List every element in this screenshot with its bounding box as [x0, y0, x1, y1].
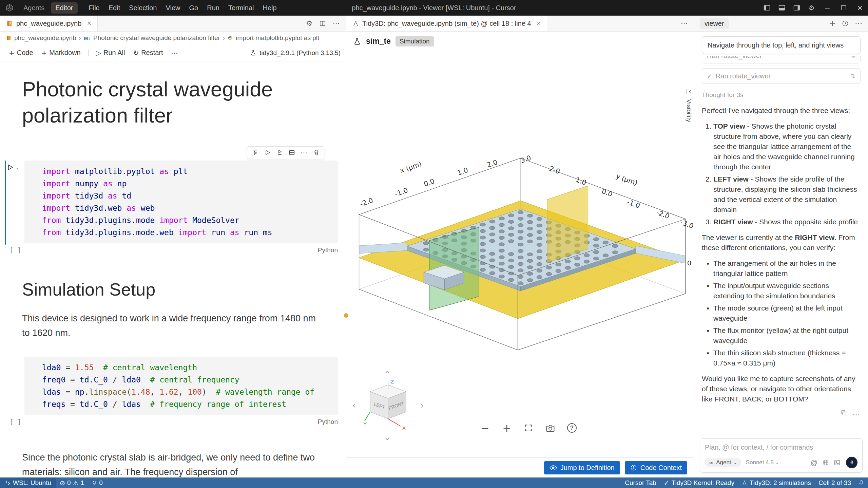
agent-mode-selector[interactable]: ∞ Agent ⌄ [705, 458, 741, 467]
tool-call[interactable]: ✓ Ran rotate_viewer ⇅ [702, 68, 861, 84]
layout-sidebar-right-icon[interactable] [789, 0, 804, 16]
close-tab-icon[interactable]: × [87, 19, 91, 28]
copy-icon[interactable] [841, 410, 847, 420]
execute-below-icon[interactable] [274, 148, 285, 158]
split-editor-icon[interactable] [319, 20, 326, 27]
cell-more-icon[interactable]: ⋯ [298, 148, 310, 158]
maximize-button[interactable] [835, 0, 852, 16]
expand-icon[interactable]: ⇅ [850, 71, 855, 81]
code-context-button[interactable]: Code Context [625, 461, 687, 474]
chat-input[interactable] [705, 444, 857, 451]
thought-duration[interactable]: Thought for 3s [702, 90, 861, 100]
menu-terminal[interactable]: Terminal [224, 2, 258, 14]
breadcrumb-cell[interactable]: import matplotlib.pyplot as plt [236, 34, 319, 42]
svg-text:y (μm): y (μm) [615, 172, 639, 187]
image-attach-icon[interactable] [834, 459, 841, 466]
run-cell-button[interactable] [6, 163, 14, 171]
tidy3d-viewer-panel: Tidy3D: phc_waveguide.ipynb (sim_te) @ c… [346, 16, 694, 477]
mode-tab-agents[interactable]: Agents [19, 2, 49, 14]
expand-icon[interactable]: ⇅ [850, 56, 855, 61]
layout-panel-icon[interactable] [774, 0, 789, 16]
eye-icon [549, 465, 557, 470]
rotate-up-icon[interactable]: ⌃ [384, 370, 391, 378]
tab-tidy3d-viewer[interactable]: Tidy3D: phc_waveguide.ipynb (sim_te) @ c… [346, 16, 547, 31]
add-code-cell-button[interactable]: +Code [5, 47, 37, 59]
add-markdown-cell-button[interactable]: +Markdown [38, 47, 84, 59]
cell-language[interactable]: Python [318, 418, 338, 426]
code-line: freq0 = td.C_0 / lda0 # central frequenc… [42, 374, 332, 386]
zoom-in-icon[interactable]: + [501, 422, 513, 434]
chat-more-icon[interactable]: ⋯ [855, 19, 863, 28]
problems-indicator[interactable]: ⊘0 ⚠1 [56, 477, 88, 488]
breadcrumb-section[interactable]: Photonic crystal waveguide polarization … [93, 34, 220, 42]
zoom-out-icon[interactable]: − [479, 422, 491, 434]
list-item: The mode source (green) at the left inpu… [713, 303, 861, 323]
chat-tab-viewer[interactable]: viewer [700, 18, 729, 29]
minimize-button[interactable]: − [819, 0, 835, 16]
menu-run[interactable]: Run [202, 2, 224, 14]
execute-above-icon[interactable] [249, 148, 261, 158]
fit-view-icon[interactable] [523, 422, 534, 434]
notifications-bell-icon[interactable] [855, 477, 868, 488]
rotate-left-icon[interactable]: ‹ [352, 401, 356, 410]
list-item: The arrangement of the air holes in the … [713, 258, 861, 279]
close-window-button[interactable]: × [852, 0, 868, 16]
kernel-picker[interactable]: tidy3d_2.9.1 (Python 3.13.5) [250, 49, 341, 57]
help-icon[interactable]: ? [566, 422, 578, 434]
screenshot-camera-icon[interactable] [544, 422, 556, 434]
mention-at-icon[interactable]: @ [811, 459, 817, 467]
user-message: Navigate through the top, left, and righ… [702, 36, 861, 54]
breadcrumb-file[interactable]: phc_waveguide.ipynb [14, 34, 76, 42]
layout-sidebar-left-icon[interactable] [759, 0, 774, 16]
jump-to-definition-button[interactable]: Jump to Definition [544, 461, 620, 474]
menu-selection[interactable]: Selection [124, 2, 161, 14]
tab-phc-waveguide[interactable]: phc_waveguide.ipynb × [0, 16, 98, 31]
restart-kernel-button[interactable]: ↻Restart [130, 47, 166, 59]
run-options-chevron-icon[interactable]: ⌄ [16, 165, 19, 170]
rotate-down-icon[interactable]: ⌄ [384, 433, 391, 442]
split-cell-icon[interactable] [286, 148, 297, 158]
kernel-status[interactable]: ✓ Tidy3D Kernel: Ready [660, 477, 738, 488]
message-more-icon[interactable]: ⋯ [852, 410, 860, 420]
code-cell-imports[interactable]: ⋯ ⌄ import matplotlib.pyplot as pltimpor… [0, 161, 346, 257]
more-actions-icon[interactable]: ⋯ [681, 19, 688, 27]
cursor-tab-indicator[interactable]: Cursor Tab [621, 477, 660, 488]
markdown-icon: M↓ [84, 35, 91, 41]
errors-icon: ⊘ [60, 479, 65, 487]
new-chat-icon[interactable]: + [829, 19, 836, 28]
remote-indicator[interactable]: WSL: Ubuntu [0, 477, 56, 488]
run-all-button[interactable]: ▷Run All [93, 47, 129, 59]
sash-indicator[interactable] [344, 313, 348, 318]
toolbar-more-icon[interactable]: ⋯ [168, 47, 181, 59]
execute-cell-icon[interactable] [262, 148, 273, 158]
navigation-cube[interactable]: ⌃ ⌄ ‹ › Z X Y LEFT FR [352, 370, 424, 442]
list-item: LEFT view - Shows the side profile of th… [713, 174, 861, 215]
rotate-right-icon[interactable]: › [420, 401, 424, 410]
delete-cell-icon[interactable] [310, 148, 322, 158]
settings-gear-icon[interactable]: ⚙ [804, 0, 819, 16]
menu-edit[interactable]: Edit [104, 2, 124, 14]
3d-canvas[interactable]: -2.0-1.00.01.02.03.0 2.01.00.0-1.0-2.0-3… [346, 51, 694, 457]
menu-view[interactable]: View [161, 2, 185, 14]
model-selector[interactable]: Sonnet 4.5 ⌄ [746, 459, 779, 466]
ports-indicator[interactable]: 0 [88, 477, 107, 488]
menu-help[interactable]: Help [258, 2, 281, 14]
more-actions-icon[interactable]: ⋯ [333, 19, 340, 27]
history-clock-icon[interactable] [842, 20, 849, 27]
menu-go[interactable]: Go [185, 2, 203, 14]
cell-code-area[interactable]: import matplotlib.pyplot as pltimport nu… [24, 161, 338, 243]
cell-code-area[interactable]: lda0 = 1.55 # central wavelengthfreq0 = … [24, 357, 338, 415]
collapse-left-icon[interactable] [686, 88, 692, 95]
code-cell-params[interactable]: lda0 = 1.55 # central wavelengthfreq0 = … [0, 357, 346, 429]
simulations-status[interactable]: Tidy3D: 2 simulations [738, 477, 815, 488]
visibility-panel-tab[interactable]: Visibility [685, 88, 693, 122]
voice-input-button[interactable] [846, 457, 857, 468]
cell-position-indicator[interactable]: Cell 2 of 33 [815, 477, 855, 488]
menu-file[interactable]: File [84, 2, 104, 14]
chat-conversation[interactable]: Navigate through the top, left, and righ… [694, 32, 868, 435]
mode-tab-editor[interactable]: Editor [51, 2, 77, 14]
close-tab-icon[interactable]: × [537, 19, 541, 28]
cell-language[interactable]: Python [318, 246, 338, 254]
notebook-settings-icon[interactable]: ⚙ [306, 19, 312, 27]
globe-icon[interactable] [822, 459, 829, 466]
